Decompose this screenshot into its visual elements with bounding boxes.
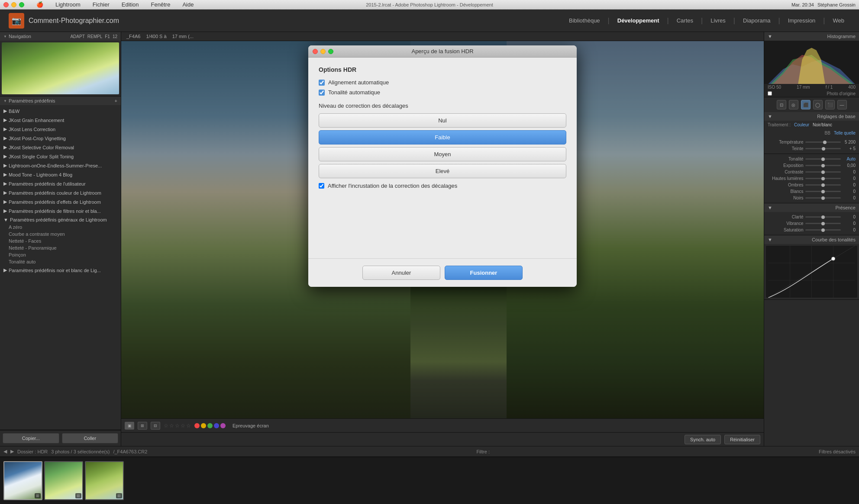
tool-radfilter[interactable]: ⬛ <box>825 100 835 109</box>
nav-livres[interactable]: Livres <box>704 15 732 26</box>
preset-group-header[interactable]: ▶ Mood Tone - Lightroom 4 Blog <box>0 170 121 179</box>
tone-curve-canvas[interactable] <box>766 246 857 298</box>
menu-aide[interactable]: Aide <box>179 0 197 9</box>
preset-item[interactable]: Netteté - Faces <box>0 238 121 244</box>
dialog-preview-space <box>319 189 566 250</box>
tone-curve-title: Courbe des tonalités <box>812 237 856 242</box>
color-green[interactable] <box>207 423 213 428</box>
nav-bibliotheque[interactable]: Bibliothèque <box>563 15 606 26</box>
menu-edition[interactable]: Edition <box>118 0 142 9</box>
preset-group-header[interactable]: ▶ Paramètres prédéfinis noir et blanc de… <box>0 266 121 274</box>
minimize-button[interactable] <box>11 2 16 7</box>
menu-apple[interactable]: 🍎 <box>33 0 47 9</box>
tonalite-value[interactable]: Auto <box>843 157 856 161</box>
teinte-slider[interactable] <box>805 148 841 149</box>
tone-curve-header[interactable]: ▼ Courbe des tonalités <box>764 235 859 244</box>
saturation-slider[interactable] <box>805 229 841 231</box>
preset-group-header[interactable]: ▶ B&W <box>0 107 121 115</box>
level-eleve-button[interactable]: Elevé <box>319 164 566 178</box>
exposition-slider[interactable] <box>805 165 841 166</box>
reinitialiser-button[interactable]: Réinitialiser <box>724 435 760 444</box>
noirs-slider[interactable] <box>805 197 841 199</box>
nav-diaporama[interactable]: Diaporama <box>737 15 777 26</box>
nav-prev[interactable]: ◀ <box>3 449 7 454</box>
menu-fichier[interactable]: Fichier <box>89 0 113 9</box>
tool-redeye[interactable]: ⬛ <box>801 100 811 109</box>
nav-impression[interactable]: Impression <box>782 15 822 26</box>
nav-cartes[interactable]: Cartes <box>671 15 699 26</box>
noir-blanc-value[interactable]: Noir/blanc <box>813 122 832 127</box>
tool-gradfilter[interactable]: ◯ <box>813 100 823 109</box>
histogram-header[interactable]: ▼ Histogramme <box>764 32 859 41</box>
blancs-slider[interactable] <box>805 191 841 192</box>
tool-crop[interactable]: ⊡ <box>777 100 786 109</box>
reglages-header[interactable]: ▼ Réglages de base <box>764 112 859 121</box>
tool-spot[interactable]: ◎ <box>789 100 798 109</box>
preset-group-header[interactable]: ▶ JKost Lens Correction <box>0 125 121 133</box>
preset-item[interactable]: Netteté - Panoramique <box>0 244 121 251</box>
presets-header[interactable]: ▼ Paramètres prédéfinis + <box>0 96 121 105</box>
view-compare[interactable]: ⊞ <box>138 422 147 430</box>
preset-group-header[interactable]: ▶ Paramètres prédéfinis d'effets de Ligh… <box>0 198 121 206</box>
color-yellow[interactable] <box>201 423 206 428</box>
preset-item[interactable]: A zéro <box>0 224 121 231</box>
preset-group-header[interactable]: ▼ Paramètres prédéfinis généraux de Ligh… <box>0 216 121 224</box>
couleur-value[interactable]: Couleur <box>794 122 809 127</box>
preset-value[interactable]: Telle quelle <box>834 131 856 135</box>
copy-button[interactable]: Copier... <box>3 433 59 443</box>
menu-lightroom[interactable]: Lightroom <box>52 0 84 9</box>
view-single[interactable]: ▣ <box>125 422 134 430</box>
contraste-slider[interactable] <box>805 171 841 173</box>
temp-slider[interactable] <box>805 141 841 143</box>
color-red[interactable] <box>194 423 200 428</box>
nav-next[interactable]: ▶ <box>10 449 14 454</box>
hautes-lumieres-slider[interactable] <box>805 178 841 179</box>
filmstrip-thumb-3[interactable]: ⊞ <box>85 461 124 500</box>
preset-item[interactable]: Tonalité auto <box>0 258 121 265</box>
paste-button[interactable]: Coller <box>62 433 119 443</box>
view-survey[interactable]: ⊟ <box>151 422 160 430</box>
synch-auto-button[interactable]: Synch. auto <box>685 435 721 444</box>
auto-tone-checkbox[interactable] <box>319 90 325 96</box>
preset-group-header[interactable]: ▶ Paramètres prédéfinis de l'utilisateur <box>0 180 121 188</box>
group-triangle: ▶ <box>3 267 7 273</box>
navigation-header[interactable]: ▼ Navigation ADAPT REMPL F1 12 <box>0 32 121 41</box>
level-nul-button[interactable]: Nul <box>319 113 566 128</box>
preset-item[interactable]: Courbe a contraste moyen <box>0 231 121 238</box>
vibrance-slider[interactable] <box>805 223 841 224</box>
preset-group-header[interactable]: ▶ Lightroom-onOne-Endless-Summer-Prese..… <box>0 161 121 170</box>
show-correction-checkbox[interactable] <box>319 183 324 189</box>
nav-web[interactable]: Web <box>827 15 851 26</box>
preset-row: BB Telle quelle <box>764 129 859 137</box>
dialog-close[interactable] <box>313 49 318 54</box>
tonalite-slider[interactable] <box>805 158 841 160</box>
photo-origine-checkbox[interactable] <box>768 91 772 96</box>
preset-item[interactable]: Poinçon <box>0 251 121 258</box>
cancel-button[interactable]: Annuler <box>362 266 440 280</box>
level-faible-button[interactable]: Faible <box>319 130 566 144</box>
color-blue[interactable] <box>214 423 219 428</box>
close-button[interactable] <box>3 2 9 7</box>
dialog-minimize[interactable] <box>320 49 326 54</box>
nav-developpement[interactable]: Développement <box>611 15 665 26</box>
tool-brush[interactable]: — <box>837 100 847 109</box>
presence-header[interactable]: ▼ Présence <box>764 203 859 212</box>
filmstrip-thumb-2[interactable]: ⊞ <box>44 461 83 500</box>
preset-group-header[interactable]: ▶ Paramètres prédéfinis de filtres noir … <box>0 207 121 215</box>
ombres-slider[interactable] <box>805 184 841 186</box>
merge-button[interactable]: Fusionner <box>445 266 523 280</box>
filmstrip-thumb-1[interactable]: ⊞ <box>3 461 42 500</box>
clarte-slider[interactable] <box>805 216 841 218</box>
preset-group-header[interactable]: ▶ JKost Post-Crop Vignetting <box>0 134 121 142</box>
color-purple[interactable] <box>220 423 226 428</box>
preset-group-header[interactable]: ▶ Paramètres prédéfinis couleur de Light… <box>0 189 121 197</box>
preset-group-header[interactable]: ▶ JKost Selective Color Removal <box>0 143 121 151</box>
menu-fenetre[interactable]: Fenêtre <box>148 0 174 9</box>
preset-group-header[interactable]: ▶ JKost Single Color Split Toning <box>0 152 121 161</box>
level-moyen-button[interactable]: Moyen <box>319 147 566 161</box>
preset-group-header[interactable]: ▶ JKost Grain Enhancement <box>0 116 121 124</box>
add-preset-icon[interactable]: + <box>115 98 117 103</box>
dialog-maximize[interactable] <box>328 49 333 54</box>
auto-align-checkbox[interactable] <box>319 80 325 86</box>
maximize-button[interactable] <box>19 2 24 7</box>
